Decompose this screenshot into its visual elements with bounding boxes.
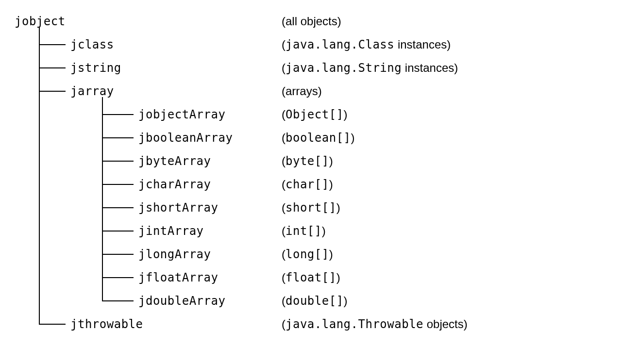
tree-node-jcharArray: jcharArray: [138, 178, 211, 191]
tree-desc-jlongArray: (long[]): [282, 248, 333, 261]
tree-node-jobjectArray: jobjectArray: [138, 108, 225, 121]
tree-node-jdoubleArray: jdoubleArray: [138, 294, 225, 308]
tree-node-jlongArray: jlongArray: [138, 248, 211, 261]
tree-desc-jobject: (all objects): [282, 15, 341, 28]
tree-node-jarray: jarray: [70, 84, 114, 98]
tree-node-jshortArray: jshortArray: [138, 201, 218, 215]
tree-desc-jthrowable: (java.lang.Throwable objects): [282, 317, 468, 331]
tree-desc-jcharArray: (char[]): [282, 178, 333, 191]
tree-node-jthrowable: jthrowable: [70, 317, 143, 331]
tree-node-jclass: jclass: [70, 38, 114, 51]
tree-desc-jfloatArray: (float[]): [282, 271, 340, 284]
tree-desc-jbooleanArray: (boolean[]): [282, 131, 355, 145]
tree-node-jbyteArray: jbyteArray: [138, 154, 211, 168]
tree-desc-jshortArray: (short[]): [282, 201, 340, 215]
tree-desc-jbyteArray: (byte[]): [282, 154, 333, 168]
tree-node-jfloatArray: jfloatArray: [138, 271, 218, 284]
tree-node-jbooleanArray: jbooleanArray: [138, 131, 233, 145]
tree-node-jintArray: jintArray: [138, 224, 204, 238]
tree-desc-jobjectArray: (Object[]): [282, 108, 348, 121]
tree-desc-jarray: (arrays): [282, 84, 322, 98]
tree-desc-jdoubleArray: (double[]): [282, 294, 348, 308]
tree-node-jstring: jstring: [70, 61, 121, 75]
tree-desc-jclass: (java.lang.Class instances): [282, 38, 451, 51]
tree-desc-jstring: (java.lang.String instances): [282, 61, 458, 75]
tree-node-jobject: jobject: [15, 15, 66, 28]
tree-desc-jintArray: (int[]): [282, 224, 326, 238]
